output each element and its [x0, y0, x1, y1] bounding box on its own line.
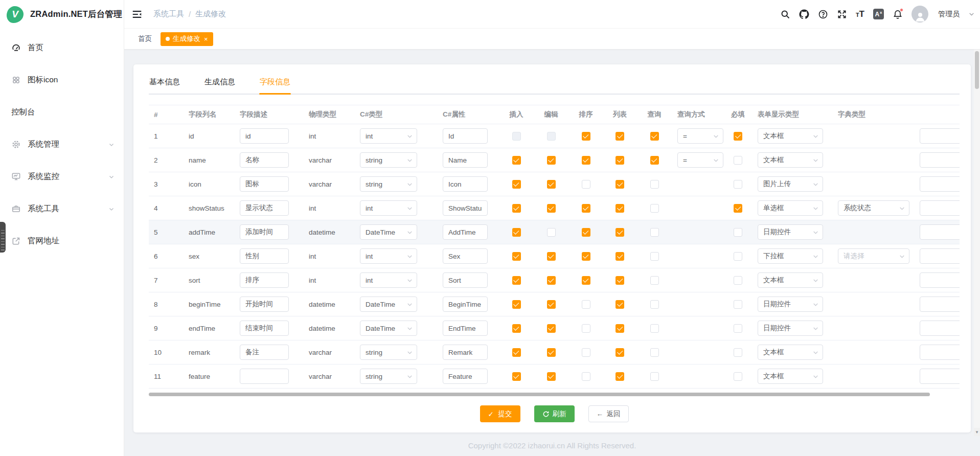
csharp-type-select[interactable]: DateTime [360, 321, 417, 336]
list-checkbox[interactable] [616, 204, 624, 213]
tab-field-info[interactable]: 字段信息 [259, 72, 291, 94]
required-checkbox[interactable] [734, 228, 742, 237]
csharp-property-input[interactable] [443, 345, 488, 360]
query-checkbox[interactable] [650, 228, 659, 237]
edit-checkbox[interactable] [547, 228, 556, 237]
display-type-select[interactable]: 文本框 [758, 272, 823, 288]
display-type-select[interactable]: 下拉框 [758, 248, 823, 264]
field-description-input[interactable] [240, 345, 289, 360]
query-checkbox[interactable] [650, 372, 659, 381]
csharp-type-select[interactable]: int [360, 248, 417, 264]
list-checkbox[interactable] [616, 324, 624, 333]
sidebar-item-console[interactable]: 控制台 [0, 96, 124, 128]
insert-checkbox[interactable] [512, 276, 521, 285]
query-checkbox[interactable] [650, 180, 659, 189]
vertical-scrollbar[interactable]: ▼ [974, 50, 980, 436]
field-description-input[interactable] [240, 248, 289, 264]
csharp-property-input[interactable] [443, 369, 488, 384]
edit-checkbox[interactable] [547, 156, 556, 165]
insert-checkbox[interactable] [512, 372, 521, 381]
edit-checkbox[interactable] [547, 300, 556, 309]
field-description-input[interactable] [240, 369, 289, 384]
required-checkbox[interactable] [734, 204, 742, 213]
query-mode-select[interactable]: = [677, 152, 723, 168]
tab-basic-info[interactable]: 基本信息 [149, 72, 180, 94]
field-description-input[interactable] [240, 321, 289, 336]
extra-input[interactable] [920, 321, 960, 336]
sidebar-item-home[interactable]: 首页 [0, 32, 124, 64]
github-icon[interactable] [799, 9, 809, 19]
sort-checkbox[interactable] [582, 132, 590, 141]
required-checkbox[interactable] [734, 276, 742, 285]
scroll-down-arrow-icon[interactable]: ▼ [974, 428, 980, 436]
required-checkbox[interactable] [734, 132, 742, 141]
query-checkbox[interactable] [650, 132, 659, 141]
query-checkbox[interactable] [650, 252, 659, 261]
query-checkbox[interactable] [650, 348, 659, 357]
translate-icon[interactable]: Ax [873, 9, 884, 19]
edit-checkbox[interactable] [547, 276, 556, 285]
fullscreen-icon[interactable] [837, 9, 847, 19]
extra-input[interactable] [920, 297, 960, 312]
insert-checkbox[interactable] [512, 228, 521, 237]
sort-checkbox[interactable] [582, 180, 590, 189]
sidebar-collapse-icon[interactable] [131, 9, 144, 20]
display-type-select[interactable]: 文本框 [758, 128, 823, 144]
scrollbar-thumb[interactable] [975, 51, 979, 89]
extra-input[interactable] [920, 345, 960, 360]
insert-checkbox[interactable] [512, 204, 521, 213]
extra-input[interactable] [920, 224, 960, 240]
sort-checkbox[interactable] [582, 372, 590, 381]
field-description-input[interactable] [240, 272, 289, 288]
query-checkbox[interactable] [650, 204, 659, 213]
field-description-input[interactable] [240, 297, 289, 312]
insert-checkbox[interactable] [512, 180, 521, 189]
csharp-type-select[interactable]: DateTime [360, 224, 417, 240]
csharp-property-input[interactable] [443, 272, 488, 288]
required-checkbox[interactable] [734, 324, 742, 333]
insert-checkbox[interactable] [512, 300, 521, 309]
query-checkbox[interactable] [650, 156, 659, 165]
dict-type-select[interactable]: 请选择 [838, 248, 909, 264]
refresh-button[interactable]: 刷新 [534, 405, 575, 422]
csharp-property-input[interactable] [443, 224, 488, 240]
edit-checkbox[interactable] [547, 132, 556, 141]
display-type-select[interactable]: 文本框 [758, 345, 823, 360]
sort-checkbox[interactable] [582, 324, 590, 333]
extra-input[interactable] [920, 152, 960, 168]
list-checkbox[interactable] [616, 300, 624, 309]
display-type-select[interactable]: 日期控件 [758, 297, 823, 312]
back-button[interactable]: ← 返回 [588, 405, 629, 422]
insert-checkbox[interactable] [512, 156, 521, 165]
query-checkbox[interactable] [650, 276, 659, 285]
tab-gen-info[interactable]: 生成信息 [204, 72, 236, 94]
user-name[interactable]: 管理员 [938, 10, 960, 19]
required-checkbox[interactable] [734, 372, 742, 381]
breadcrumb-parent[interactable]: 系统工具 [153, 9, 184, 19]
query-checkbox[interactable] [650, 324, 659, 333]
required-checkbox[interactable] [734, 156, 742, 165]
field-description-input[interactable] [240, 176, 289, 192]
tag-home[interactable]: 首页 [138, 34, 152, 43]
extra-input[interactable] [920, 176, 960, 192]
csharp-type-select[interactable]: string [360, 176, 417, 192]
sort-checkbox[interactable] [582, 252, 590, 261]
extra-input[interactable] [920, 200, 960, 216]
extra-input[interactable] [920, 369, 960, 384]
csharp-property-input[interactable] [443, 321, 488, 336]
sort-checkbox[interactable] [582, 276, 590, 285]
list-checkbox[interactable] [616, 132, 624, 141]
list-checkbox[interactable] [616, 156, 624, 165]
extra-input[interactable] [920, 128, 960, 144]
sidebar-item-icons[interactable]: 图标icon [0, 64, 124, 96]
edit-checkbox[interactable] [547, 204, 556, 213]
sort-checkbox[interactable] [582, 228, 590, 237]
tag-active-page[interactable]: 生成修改 × [161, 32, 213, 46]
field-description-input[interactable] [240, 128, 289, 144]
sidebar-item-system-management[interactable]: 系统管理 [0, 128, 124, 161]
horizontal-scrollbar[interactable] [149, 393, 930, 396]
sidebar-item-official-site[interactable]: 官网地址 [0, 225, 124, 257]
query-checkbox[interactable] [650, 300, 659, 309]
list-checkbox[interactable] [616, 180, 624, 189]
display-type-select[interactable]: 单选框 [758, 200, 823, 216]
